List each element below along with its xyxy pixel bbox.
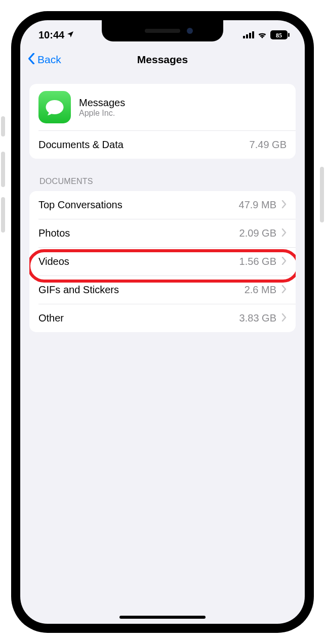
messages-app-icon [38,91,71,123]
battery-text: 85 [276,32,282,39]
row-top-conversations[interactable]: Top Conversations 47.9 MB [29,191,296,219]
home-indicator[interactable] [119,616,206,619]
notch [102,20,223,41]
chevron-right-icon [281,199,287,211]
mute-switch [1,116,5,136]
row-label: Top Conversations [38,199,123,211]
volume-up-button [1,152,5,187]
row-label: GIFs and Stickers [38,284,119,296]
app-name: Messages [79,97,125,109]
screen: 10:44 85 [20,20,305,624]
bezel: 10:44 85 [11,11,314,633]
row-label: Videos [38,256,69,267]
chevron-right-icon [281,284,287,296]
docdata-value: 7.49 GB [250,139,287,151]
app-vendor: Apple Inc. [79,109,125,118]
page-title: Messages [137,54,188,66]
cellular-icon [243,29,254,41]
documents-group: Top Conversations 47.9 MB Photos 2.09 GB [29,191,296,332]
volume-down-button [1,197,5,233]
row-value: 2.6 MB [245,284,276,296]
back-label: Back [37,54,61,66]
row-value: 3.83 GB [239,312,276,324]
content: Messages Apple Inc. Documents & Data 7.4… [20,74,305,332]
row-label: Photos [38,227,70,239]
chevron-right-icon [281,227,287,239]
device-frame: 10:44 85 [0,0,325,644]
svg-rect-5 [288,33,290,37]
row-videos[interactable]: Videos 1.56 GB [29,248,296,275]
row-value: 47.9 MB [239,199,276,211]
section-header-documents: DOCUMENTS [29,159,296,191]
documents-and-data-row: Documents & Data 7.49 GB [29,131,296,159]
row-gifs-stickers[interactable]: GIFs and Stickers 2.6 MB [29,276,296,304]
chevron-left-icon [27,53,35,67]
wifi-icon [257,29,267,41]
chevron-right-icon [281,312,287,324]
row-other[interactable]: Other 3.83 GB [29,304,296,332]
back-button[interactable]: Back [27,53,61,67]
app-info-group: Messages Apple Inc. Documents & Data 7.4… [29,84,296,159]
row-value: 1.56 GB [239,256,276,267]
row-photos[interactable]: Photos 2.09 GB [29,219,296,247]
row-label: Other [38,312,64,324]
row-value: 2.09 GB [239,227,276,239]
location-icon [66,29,74,41]
battery-icon: 85 [270,30,290,39]
svg-rect-3 [252,31,254,38]
side-button [320,167,324,222]
app-header-row: Messages Apple Inc. [29,84,296,130]
status-time: 10:44 [38,29,64,41]
docdata-label: Documents & Data [38,139,124,151]
svg-rect-2 [249,33,251,38]
svg-rect-1 [246,34,248,38]
chevron-right-icon [281,256,287,267]
svg-rect-0 [243,36,245,38]
nav-bar: Back Messages [20,45,305,74]
